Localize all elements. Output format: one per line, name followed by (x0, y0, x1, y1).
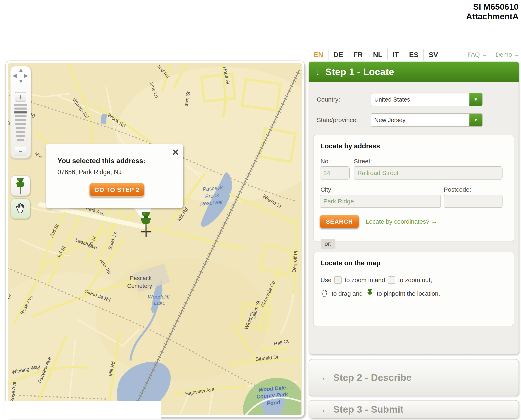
street-label: Street: (354, 158, 372, 165)
locate-by-address-box: Locate by address No.: Street: City: Pos… (313, 135, 514, 242)
country-label: Country: (317, 96, 340, 103)
pan-left-icon[interactable]: ◀ (13, 72, 17, 79)
step3-title: Step 3 - Submit (333, 404, 404, 415)
house-number-input[interactable] (320, 166, 350, 180)
postcode-label: Postcode: (444, 186, 471, 193)
zoom-out-button[interactable]: − (15, 147, 26, 156)
lang-tab-de[interactable]: DE (328, 49, 349, 60)
hand-icon (15, 202, 26, 215)
city-input[interactable] (320, 195, 441, 208)
map-label: Cemetery (127, 283, 152, 289)
no-label: No.: (320, 158, 332, 165)
drag-tool-button[interactable] (10, 198, 30, 219)
country-select[interactable]: United States ▼ (371, 93, 482, 106)
step1-header[interactable]: ↓ Step 1 - Locate (309, 61, 519, 82)
map-box-heading: Locate on the map (320, 259, 508, 267)
right-arrow-icon: → (317, 404, 327, 415)
lang-tab-fr[interactable]: FR (349, 49, 368, 60)
hand-icon (320, 289, 329, 299)
popup-heading: You selected this address: (57, 157, 175, 165)
locate-on-map-box: Locate on the map Use + to zoom in and −… (313, 252, 514, 326)
pushpin-icon (16, 177, 25, 194)
map-label: Woodcliff (148, 294, 170, 300)
coords-link-text: Locate by coordinates? (366, 218, 429, 225)
lang-tab-sv[interactable]: SV (424, 49, 443, 60)
address-popup: × You selected this address: 07656, Park… (46, 144, 183, 208)
pan-control: ▲ ◀ ▶ ▼ (10, 66, 31, 91)
step1-panel: ↓ Step 1 - Locate Country: United States… (309, 61, 519, 354)
step2-title: Step 2 - Describe (333, 372, 412, 383)
right-arrow-icon: → (513, 51, 520, 58)
go-to-step2-button[interactable]: GO TO STEP 2 (89, 183, 144, 197)
map-label: Pond (266, 399, 280, 406)
pan-up-icon[interactable]: ▲ (18, 67, 24, 73)
pan-down-icon[interactable]: ▼ (18, 78, 24, 84)
pinpoint-tool-button[interactable] (10, 175, 30, 196)
state-label: State/province: (317, 117, 358, 124)
document-header: SI M650610 AttachmentA (375, 2, 519, 21)
doc-header-line2: AttachmentA (375, 12, 519, 21)
address-box-heading: Locate by address (320, 142, 508, 150)
country-value: United States (371, 96, 469, 103)
map-panel: Warren Rdand RdJune LnHope Stawn StBrook… (5, 60, 305, 418)
map-pan-zoom-control: ▲ ◀ ▶ ▼ + − (10, 66, 31, 159)
zoom-in-mini-icon: + (334, 276, 342, 284)
search-button[interactable]: SEARCH (320, 215, 359, 228)
lang-tab-nl[interactable]: NL (368, 49, 388, 60)
close-icon[interactable]: × (172, 147, 179, 158)
map-graphics: Warren Rdand RdJune LnHope Stawn StBrook… (8, 63, 302, 415)
instr-drag: to drag and (332, 290, 363, 297)
locate-by-coordinates-link[interactable]: Locate by coordinates? → (366, 218, 437, 225)
lang-tab-es[interactable]: ES (404, 49, 424, 60)
pushpin-icon (366, 289, 374, 299)
instr-use: Use (320, 277, 331, 284)
state-select[interactable]: New Jersey ▼ (371, 113, 482, 127)
city-label: City: (320, 186, 333, 193)
step1-title: Step 1 - Locate (326, 66, 394, 77)
right-arrow-icon: → (482, 51, 488, 58)
pan-right-icon[interactable]: ▶ (24, 72, 28, 79)
redaction-block (5, 401, 161, 419)
postcode-input[interactable] (444, 195, 503, 208)
zoom-in-button[interactable]: + (15, 92, 26, 102)
map-label: a (8, 120, 10, 126)
instr-pinpoint: to pinpoint the location. (377, 290, 440, 297)
state-dropdown-icon[interactable]: ▼ (469, 114, 482, 126)
doc-header-line1: SI M650610 (375, 2, 519, 12)
street-input[interactable] (354, 166, 503, 180)
lang-tab-en[interactable]: EN (309, 49, 328, 60)
page: SI M650610 AttachmentA ENDEFRNLITESSV FA… (0, 0, 521, 420)
right-arrow-icon: → (431, 218, 437, 225)
instr-end: to zoom out, (398, 277, 432, 284)
language-tabs: ENDEFRNLITESSV (309, 49, 443, 60)
zoom-out-mini-icon: − (388, 276, 395, 284)
right-arrow-icon: → (317, 372, 327, 383)
popup-address: 07656, Park Ridge, NJ (57, 168, 175, 176)
map-pin-icon[interactable] (140, 211, 152, 232)
instr-mid: to zoom in and (344, 277, 385, 284)
or-divider: or: (321, 239, 335, 249)
faq-link[interactable]: FAQ → (467, 51, 488, 58)
step3-panel[interactable]: → Step 3 - Submit (309, 400, 519, 419)
step2-panel[interactable]: → Step 2 - Describe (309, 359, 519, 396)
down-arrow-icon: ↓ (316, 67, 320, 77)
map-label: Lake (154, 300, 165, 306)
state-value: New Jersey (371, 117, 469, 124)
zoom-slider[interactable] (10, 103, 31, 145)
language-bar: ENDEFRNLITESSV FAQ →Demo → (309, 48, 520, 61)
language-links: FAQ →Demo → (467, 51, 520, 58)
map-label: Pascack (130, 275, 152, 281)
demo-link[interactable]: Demo → (496, 51, 520, 58)
map-canvas[interactable]: Warren Rdand RdJune LnHope Stawn StBrook… (8, 63, 302, 415)
lang-tab-it[interactable]: IT (388, 49, 404, 60)
country-dropdown-icon[interactable]: ▼ (469, 93, 482, 106)
